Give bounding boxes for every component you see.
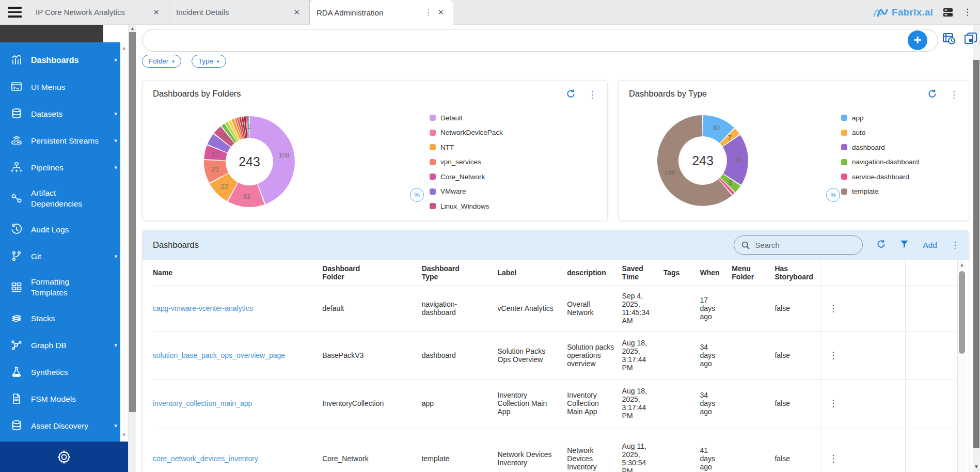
chevron-down-icon: ▾: [114, 253, 117, 260]
legend-item-linux-windows[interactable]: Linux_Windows: [430, 199, 548, 214]
column-header-label[interactable]: Label: [498, 260, 567, 286]
left-pane-scroll-up-icon[interactable]: ▲: [129, 26, 136, 31]
table-add-button[interactable]: Add: [923, 241, 937, 250]
window-kebab-icon[interactable]: ⋮: [963, 7, 972, 18]
column-header-tags[interactable]: Tags: [663, 260, 700, 286]
legend-item-vmware[interactable]: VMware: [430, 184, 548, 199]
legend-item-auto[interactable]: auto: [841, 125, 960, 140]
legend-item-service-dashboard[interactable]: service-dashboard: [841, 169, 960, 184]
cell-tags: [663, 379, 700, 428]
page-scrollbar-thumb[interactable]: [973, 60, 979, 448]
row-kebab-icon[interactable]: ⋮: [829, 303, 838, 313]
tab-incident-details[interactable]: Incident Details✕: [169, 0, 310, 24]
row-kebab-icon[interactable]: ⋮: [829, 398, 838, 408]
column-header-spacer: [906, 260, 957, 286]
column-header-has-storyboard[interactable]: Has Storyboard: [774, 260, 820, 286]
sidebar-item-label: Pipelines: [31, 162, 64, 173]
percent-toggle-button[interactable]: %: [410, 188, 424, 202]
tab-close-icon[interactable]: ✕: [291, 7, 302, 18]
cell-tags: [663, 286, 700, 331]
left-pane-scrollbar-thumb[interactable]: [129, 32, 136, 412]
table-row-capg-vmware-vcenter-analytics: capg-vmware-vcenter-analyticsdefaultnavi…: [153, 286, 957, 331]
hamburger-menu-icon[interactable]: [0, 0, 29, 24]
tab-ip-core-network-analytics[interactable]: IP Core Network Analytics✕: [29, 0, 169, 24]
dashboard-link[interactable]: capg-vmware-vcenter-analytics: [153, 304, 253, 312]
dashboard-copy-icon[interactable]: [964, 32, 977, 45]
column-header-description[interactable]: description: [567, 260, 622, 286]
percent-toggle-button[interactable]: %: [826, 188, 840, 202]
datasets-icon: [9, 107, 24, 120]
cell-when: 41 days ago: [700, 428, 732, 472]
column-header-saved-time[interactable]: Saved Time: [622, 260, 663, 286]
card-kebab-icon[interactable]: ⋮: [950, 89, 958, 100]
sidebar-item-formatting-templates[interactable]: Formatting Templates: [0, 270, 120, 305]
sidebar-item-asset-discovery[interactable]: Asset Discovery▾: [0, 412, 120, 439]
table-search-input[interactable]: [755, 241, 848, 249]
sidebar-scroll-up-icon[interactable]: ▲: [121, 45, 127, 51]
sidebar-item-datasets[interactable]: Datasets▾: [0, 100, 120, 127]
column-header-menu-folder[interactable]: Menu Folder: [732, 260, 774, 286]
column-header-dashboard-folder[interactable]: Dashboard Folder: [322, 260, 421, 286]
sidebar-item-git[interactable]: Git▾: [0, 243, 120, 270]
legend-item-vpn-services[interactable]: vpn_services: [430, 155, 548, 170]
column-header-when[interactable]: When: [700, 260, 732, 286]
table-scroll-up-icon[interactable]: ▲: [958, 262, 966, 268]
filter-chip-folder[interactable]: Folder▾: [142, 55, 181, 68]
sidebar-item-stacks[interactable]: Stacks: [0, 305, 120, 332]
left-pane-scrollbar[interactable]: ▲: [128, 25, 136, 472]
table-kebab-icon[interactable]: ⋮: [951, 240, 959, 250]
refresh-icon[interactable]: [927, 89, 937, 101]
sidebar-item-dashboards[interactable]: Dashboards▾: [0, 46, 120, 73]
global-search-input[interactable]: [153, 30, 896, 50]
folders-donut-chart[interactable]: 10833222113921243: [143, 81, 359, 222]
refresh-icon[interactable]: [566, 89, 576, 101]
sidebar-item-label: Graph DB: [31, 340, 67, 351]
legend-item-dashboard[interactable]: dashboard: [841, 140, 960, 155]
sidebar-item-ui-menus[interactable]: UI Menus: [0, 73, 120, 100]
sidebar-item-audit-logs[interactable]: Audit Logs: [0, 216, 120, 243]
filter-chip-type[interactable]: Type▾: [192, 55, 226, 68]
row-kebab-icon[interactable]: ⋮: [829, 453, 838, 464]
table-refresh-icon[interactable]: [876, 239, 886, 251]
slice-value-label: 21: [211, 165, 218, 173]
add-dashboard-fab[interactable]: +: [908, 30, 927, 50]
card-kebab-icon[interactable]: ⋮: [588, 89, 597, 100]
cell-has-storyboard: false: [774, 428, 820, 472]
legend-item-networkdevicepack[interactable]: NetworkDevicePack: [430, 125, 548, 140]
sidebar-item-synthetics[interactable]: Synthetics: [0, 358, 120, 385]
legend-item-navigation-dashboard[interactable]: navigation-dashboard: [841, 155, 960, 170]
search-icon: [741, 241, 750, 249]
report-schedule-icon[interactable]: [942, 32, 956, 45]
tab-rda-administration[interactable]: RDA Administration⋮✕: [310, 0, 453, 25]
types-donut-chart[interactable]: 307468149243: [619, 81, 804, 222]
tab-close-icon[interactable]: ✕: [151, 7, 162, 18]
column-header-name[interactable]: Name: [153, 260, 322, 286]
legend-item-app[interactable]: app: [841, 111, 960, 125]
dashboard-link[interactable]: solution_base_pack_ops_overview_page: [153, 351, 285, 359]
legend-item-default[interactable]: Default: [430, 111, 548, 125]
sidebar-settings-footer[interactable]: [0, 442, 128, 472]
legend-item-template[interactable]: template: [841, 184, 960, 199]
sidebar-scrollbar[interactable]: ▲ ▼: [120, 42, 128, 442]
sidebar-item-pipelines[interactable]: Pipelines▾: [0, 154, 120, 181]
row-kebab-icon[interactable]: ⋮: [829, 350, 838, 360]
filter-funnel-icon[interactable]: [899, 239, 909, 251]
legend-item-ntt[interactable]: NTT: [430, 140, 548, 155]
tab-close-icon[interactable]: ✕: [435, 7, 446, 18]
column-header-dashboard-type[interactable]: Dashboard Type: [422, 260, 498, 286]
sidebar-item-persistent-streams[interactable]: Persistent Streams▾: [0, 127, 120, 154]
dashboard-link[interactable]: inventory_collection_main_app: [153, 399, 252, 407]
table-scrollbar[interactable]: ▲: [957, 260, 966, 472]
sidebar-scroll-down-icon[interactable]: ▼: [121, 432, 127, 437]
sidebar-item-graph-db[interactable]: Graph DB▾: [0, 332, 120, 358]
page-scroll-down-icon[interactable]: ▼: [973, 464, 980, 469]
server-stack-icon[interactable]: [942, 7, 954, 18]
dashboard-link[interactable]: core_network_devices_inventory: [153, 454, 258, 463]
sidebar-item-fsm-models[interactable]: FSM Models: [0, 385, 120, 412]
cell-name: solution_base_pack_ops_overview_page: [153, 331, 322, 379]
sidebar-item-artifact-dependencies[interactable]: Artifact Dependencies: [0, 181, 120, 216]
page-scrollbar[interactable]: ▼: [973, 25, 980, 472]
legend-item-core-network[interactable]: Core_Network: [430, 169, 548, 184]
table-scrollbar-thumb[interactable]: [959, 271, 965, 354]
tab-kebab-icon[interactable]: ⋮: [421, 8, 435, 17]
